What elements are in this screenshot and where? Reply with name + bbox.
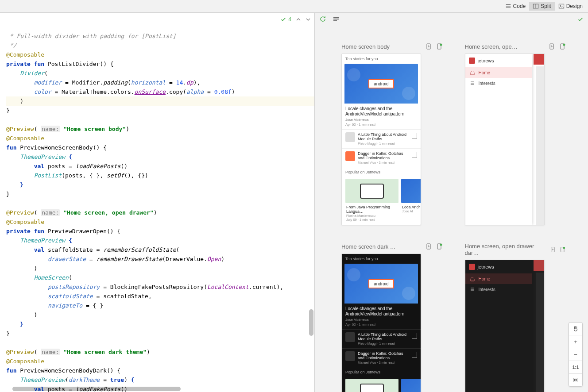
- zoom-controls: + − 1:1: [569, 322, 583, 387]
- section-title: Popular on Jetnews: [342, 167, 421, 175]
- deploy-icon[interactable]: [549, 246, 556, 253]
- mode-split-label: Split: [541, 3, 551, 9]
- svg-rect-20: [574, 379, 576, 381]
- code-editor[interactable]: 4 * Full-width divider with padding for …: [6, 13, 314, 392]
- zoom-out-button[interactable]: −: [569, 348, 582, 361]
- svg-rect-5: [333, 19, 339, 19]
- deploy-icon[interactable]: [425, 243, 432, 250]
- brand-label: jetnews: [478, 58, 494, 63]
- preview-toolbar: [315, 13, 588, 25]
- inspection-count[interactable]: 4: [280, 16, 291, 23]
- check-icon: [280, 16, 286, 23]
- preview-drawer-light: Home screen, ope… jetnews Home: [465, 43, 566, 225]
- mode-design-label: Design: [566, 3, 583, 9]
- bookmark-icon: [412, 133, 417, 139]
- split-icon: [533, 3, 539, 9]
- view-mode-bar: Code Split Design: [0, 0, 588, 13]
- mode-code[interactable]: Code: [502, 2, 530, 11]
- svg-rect-19: [573, 378, 578, 382]
- image-icon: [558, 3, 565, 9]
- mode-code-label: Code: [513, 3, 526, 9]
- preview-drawer-dark: Home screen, open drawer dar… jetnews Ho…: [465, 243, 566, 392]
- svg-rect-6: [333, 20, 337, 21]
- interactive-icon[interactable]: [559, 246, 566, 253]
- preview-title: Home screen dark …: [341, 243, 396, 250]
- settings-icon[interactable]: [333, 15, 340, 23]
- preview-home-body: Home screen body Top stories for you and…: [341, 43, 443, 225]
- code-line: * Full-width divider with padding for [P…: [6, 33, 176, 39]
- zoom-in-button[interactable]: +: [569, 335, 582, 348]
- svg-point-3: [560, 5, 561, 6]
- preview-frame[interactable]: Top stories for you android Locale chang…: [341, 254, 421, 392]
- zoom-fit-button[interactable]: [569, 374, 582, 386]
- preview-frame[interactable]: jetnews Home Interests: [465, 54, 545, 225]
- drawer-item-home: Home: [465, 67, 532, 78]
- preview-home-body-dark: Home screen dark … Top stories for you a…: [341, 243, 443, 392]
- deploy-icon[interactable]: [548, 43, 555, 50]
- preview-panel: Home screen body Top stories for you and…: [314, 13, 588, 392]
- svg-point-18: [563, 247, 565, 249]
- svg-rect-2: [559, 4, 564, 8]
- list-icon: [505, 3, 511, 9]
- refresh-icon[interactable]: [319, 15, 326, 23]
- bookmark-icon: [412, 152, 417, 158]
- hero-title: Locale changes and the AndroidViewModel …: [345, 106, 417, 117]
- interactive-icon[interactable]: [436, 43, 443, 50]
- svg-point-15: [440, 244, 442, 246]
- code-line: @Composable: [6, 51, 44, 58]
- code-line: */: [6, 42, 16, 49]
- pan-button[interactable]: [569, 323, 582, 335]
- preview-title: Home screen, open drawer dar…: [465, 243, 542, 256]
- svg-rect-4: [333, 17, 339, 18]
- preview-title: Home screen body: [341, 43, 390, 50]
- editor-gutter: [0, 13, 6, 392]
- mode-split[interactable]: Split: [529, 2, 554, 11]
- zoom-reset-button[interactable]: 1:1: [569, 361, 582, 374]
- preview-title: Home screen, ope…: [465, 43, 518, 50]
- list-icon: [470, 81, 475, 86]
- interactive-icon[interactable]: [559, 43, 566, 50]
- android-badge: android: [368, 79, 394, 88]
- preview-frame[interactable]: jetnews Home Interests: [465, 260, 545, 392]
- deploy-icon[interactable]: [425, 43, 432, 50]
- preview-frame[interactable]: Top stories for you android Locale chang…: [341, 54, 421, 225]
- svg-point-12: [563, 44, 565, 46]
- mode-design[interactable]: Design: [555, 2, 586, 11]
- drawer-item-interests: Interests: [465, 78, 532, 88]
- svg-point-9: [440, 44, 442, 46]
- logo-icon: [469, 58, 475, 64]
- chevron-up-icon[interactable]: [296, 17, 301, 22]
- section-title: Top stories for you: [342, 54, 421, 62]
- interactive-icon[interactable]: [436, 243, 443, 250]
- home-icon: [470, 70, 475, 75]
- chevron-down-icon[interactable]: [306, 17, 311, 22]
- status-ok-icon: [577, 16, 584, 24]
